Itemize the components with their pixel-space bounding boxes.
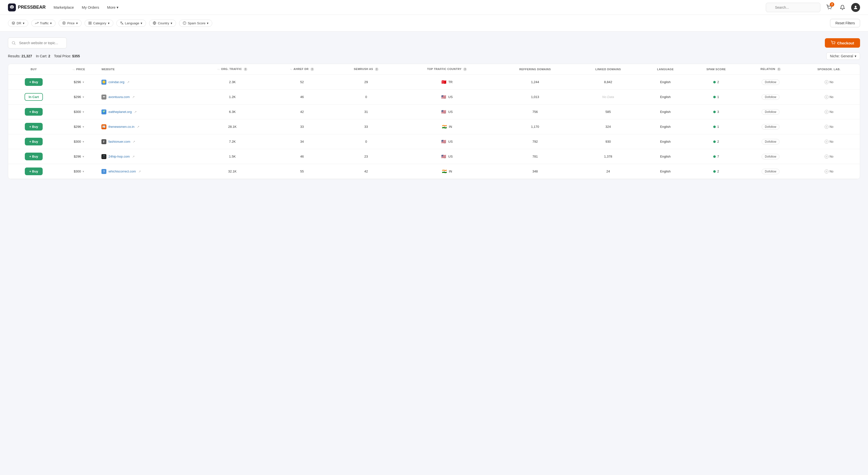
org-traffic-info-icon[interactable]: ? <box>244 67 247 71</box>
reffering-domains-value: 756 <box>532 110 538 114</box>
logo[interactable]: PRESSBEAR <box>8 3 45 11</box>
notifications-button[interactable] <box>838 3 847 12</box>
th-ahref-dr[interactable]: ↑↓ AHREF DR ? <box>270 64 334 75</box>
site-link[interactable]: coindar.org <box>108 80 124 84</box>
price-chevron-icon[interactable]: ▾ <box>83 155 84 158</box>
linked-domains-value: 585 <box>606 110 611 114</box>
site-link[interactable]: thenewsmen.co.in <box>108 125 134 128</box>
site-icon: ? <box>101 169 106 174</box>
price-value: $300 <box>74 170 81 173</box>
table-row: + Buy$300▾?whichiscorrect.com↗32.1K5542🇮… <box>8 164 860 179</box>
user-avatar[interactable] <box>851 3 860 12</box>
buy-button[interactable]: + Buy <box>25 153 43 160</box>
external-link-icon[interactable]: ↗ <box>138 170 141 173</box>
filter-language[interactable]: Language ▾ <box>116 20 146 27</box>
svg-rect-9 <box>89 22 90 23</box>
country-icon <box>153 21 156 25</box>
filter-traffic-chevron: ▾ <box>50 21 52 25</box>
main-nav: Marketplace My Orders More ▾ <box>54 5 119 10</box>
ahref-dr-value: 42 <box>300 110 304 114</box>
ahref-dr-value: 55 <box>300 170 304 173</box>
linked-domains-value: 930 <box>606 140 611 143</box>
external-link-icon[interactable]: ↗ <box>137 125 140 128</box>
filter-price[interactable]: Price ▾ <box>59 20 82 27</box>
buy-button[interactable]: + Buy <box>25 78 43 86</box>
filter-language-chevron: ▾ <box>141 21 142 25</box>
relation-badge: Dofollow <box>762 109 779 115</box>
table-row: + Buy$300▾Ffashionuer.com↗7.2K340🇺🇸US792… <box>8 134 860 149</box>
site-link[interactable]: whichiscorrect.com <box>108 170 136 173</box>
total-price: $355 <box>72 54 80 58</box>
niche-chevron-icon: ▾ <box>855 54 856 58</box>
language-value: English <box>660 140 671 143</box>
relation-badge: Dofollow <box>762 139 779 144</box>
filter-spam-score[interactable]: Spam Score ▾ <box>179 20 213 27</box>
svg-point-2 <box>11 6 12 7</box>
buy-button[interactable]: + Buy <box>25 168 43 175</box>
sponsored-no-icon: ⊘ <box>825 95 829 99</box>
filter-traffic[interactable]: Traffic ▾ <box>31 20 56 27</box>
org-traffic-value: 28.1K <box>228 125 237 128</box>
buy-button[interactable]: + Buy <box>25 108 43 116</box>
price-chevron-icon[interactable]: ▾ <box>83 140 84 143</box>
external-link-icon[interactable]: ↗ <box>133 140 135 143</box>
filter-price-chevron: ▾ <box>76 21 78 25</box>
header-search-input[interactable] <box>766 3 820 12</box>
spam-score-value: 2 <box>717 170 719 173</box>
reffering-domains-value: 792 <box>532 140 538 143</box>
country-flag: 🇺🇸 <box>441 154 446 159</box>
buy-button[interactable]: + Buy <box>25 123 43 130</box>
price-sort-icon: ↑↓ <box>73 69 75 71</box>
checkout-button[interactable]: Checkout <box>825 38 860 48</box>
external-link-icon[interactable]: ↗ <box>132 95 135 99</box>
sponsored-value: No <box>830 155 833 158</box>
incart-button[interactable]: In Cart <box>25 93 43 101</box>
reset-filters-button[interactable]: Reset Filters <box>830 19 860 27</box>
price-chevron-icon[interactable]: ▾ <box>83 125 84 128</box>
relation-info-icon[interactable]: ? <box>777 67 781 71</box>
checkout-cart-icon <box>831 41 835 45</box>
nav-more[interactable]: More ▾ <box>107 5 119 10</box>
nav-marketplace[interactable]: Marketplace <box>54 5 74 9</box>
semrush-info-icon[interactable]: ? <box>375 67 378 71</box>
ahref-dr-value: 34 <box>300 140 304 143</box>
price-chevron-icon[interactable]: ▾ <box>83 110 84 114</box>
price-chevron-icon[interactable]: ▾ <box>83 170 84 173</box>
price-chevron-icon[interactable]: ▾ <box>83 81 84 84</box>
topic-search-input[interactable] <box>8 37 67 49</box>
cart-button[interactable]: 2 <box>824 3 834 12</box>
site-icon: 🎵 <box>101 154 106 159</box>
filter-category-chevron: ▾ <box>108 21 110 25</box>
table-row: In Cart$296▾✏avontuura.com↗1.2K460🇺🇸US1,… <box>8 90 860 105</box>
filter-country-chevron: ▾ <box>170 21 173 25</box>
buy-button[interactable]: + Buy <box>25 138 43 145</box>
top-country-info-icon[interactable]: ? <box>463 67 467 71</box>
ahref-dr-value: 52 <box>300 80 304 84</box>
site-link[interactable]: eattheplanet.org <box>108 110 132 114</box>
svg-point-6 <box>831 9 831 10</box>
site-link[interactable]: fashionuer.com <box>108 140 130 143</box>
filter-dr-chevron: ▾ <box>23 21 25 25</box>
nav-my-orders[interactable]: My Orders <box>82 5 99 9</box>
site-icon: 🌍 <box>101 110 106 114</box>
filter-dr[interactable]: DR ▾ <box>8 20 28 27</box>
site-link[interactable]: avontuura.com <box>108 95 130 99</box>
org-traffic-sort-icon: ↑↓ <box>217 68 220 70</box>
filter-traffic-label: Traffic <box>40 21 49 25</box>
site-link[interactable]: 24hip-hop.com <box>108 155 130 158</box>
ahref-info-icon[interactable]: ? <box>310 67 314 71</box>
sponsored-no-icon: ⊘ <box>825 125 829 129</box>
external-link-icon[interactable]: ↗ <box>134 110 137 114</box>
dr-icon <box>12 21 15 25</box>
external-link-icon[interactable]: ↗ <box>132 155 135 158</box>
th-price[interactable]: ↑↓ PRICE <box>59 64 98 75</box>
spam-score-value: 2 <box>717 140 719 143</box>
price-chevron-icon[interactable]: ▾ <box>83 95 84 99</box>
external-link-icon[interactable]: ↗ <box>127 81 129 84</box>
filter-category[interactable]: Category ▾ <box>85 20 113 27</box>
results-row: Results: 21,327 In Cart: 2 Total Price: … <box>8 52 860 60</box>
th-org-traffic[interactable]: ↑↓ ORG. TRAFFIC ? <box>194 64 270 75</box>
filter-country[interactable]: Country ▾ <box>149 20 176 27</box>
niche-select[interactable]: Niche: General ▾ <box>826 52 860 60</box>
spam-score-value: 7 <box>717 155 719 158</box>
